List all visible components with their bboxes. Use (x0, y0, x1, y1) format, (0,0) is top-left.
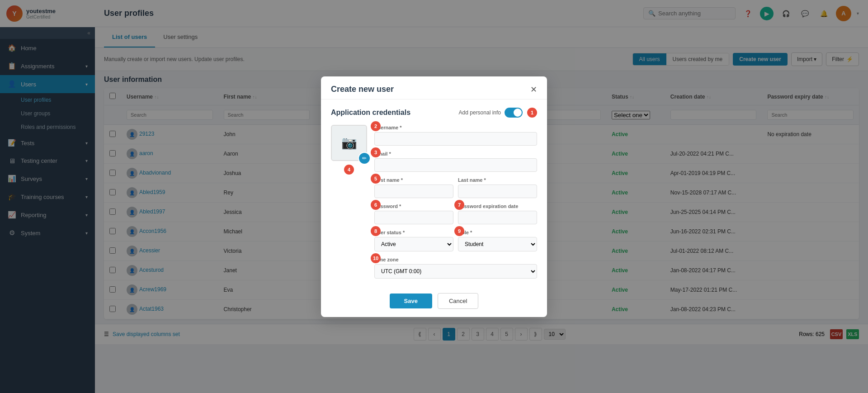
modal-title: Create new user (331, 85, 394, 94)
create-user-modal: Create new user ✕ Application credential… (321, 76, 547, 317)
user-status-select[interactable]: Active Inactive (374, 237, 453, 251)
password-group: Password * Generated (374, 204, 453, 224)
user-status-group: User status * Active Inactive (374, 230, 453, 251)
username-field-wrapper: 2 Username * (374, 125, 537, 146)
status-role-row: 8 User status * Active Inactive 9 Role * (374, 230, 537, 251)
username-input[interactable] (374, 132, 537, 146)
timezone-select[interactable]: UTC (GMT 0:00) EST (GMT -5:00) PST (GMT … (374, 264, 537, 279)
modal-footer: Save Cancel (321, 287, 547, 317)
role-group: 9 Role * Student Administrator Instructo… (458, 230, 537, 251)
email-field-wrapper: 3 Email * (374, 151, 537, 172)
last-name-group: Last name * (458, 177, 537, 198)
first-name-group: First name * (374, 177, 453, 198)
password-expiry-group: 7 Password expiration date (458, 204, 537, 224)
password-row: 6 Password * Generated 7 Password expira… (374, 204, 537, 224)
modal-close-button[interactable]: ✕ (530, 85, 537, 95)
step-6-badge: 6 (371, 200, 381, 210)
modal-section-title: Application credentials (331, 109, 410, 117)
username-group: Username * (374, 125, 537, 146)
step-5-badge: 5 (371, 174, 381, 184)
step-8-badge: 8 (371, 226, 381, 236)
name-row: 5 First name * Last name * (374, 177, 537, 198)
form-layout: 📷 ✏ 4 2 Username * (331, 125, 537, 279)
password-input[interactable]: Generated (374, 211, 453, 224)
step-10-badge: 10 (371, 253, 381, 263)
personal-info-toggle-switch[interactable] (505, 108, 523, 118)
role-select[interactable]: Student Administrator Instructor (458, 237, 537, 251)
modal-body: Application credentials Add personal inf… (321, 99, 547, 287)
avatar-upload-area: 📷 ✏ 4 (331, 125, 367, 279)
step-3-badge: 3 (371, 147, 381, 157)
first-name-input[interactable] (374, 185, 453, 198)
timezone-group: 10 Time zone UTC (GMT 0:00) EST (GMT -5:… (374, 257, 537, 279)
step-1-badge: 1 (527, 108, 537, 118)
password-expiry-input[interactable] (458, 211, 537, 224)
password-label: Password * (374, 204, 453, 209)
timezone-label: Time zone (374, 257, 537, 262)
add-personal-info-label: Add personal info (459, 109, 501, 116)
user-status-label: User status * (374, 230, 453, 235)
avatar-edit-button[interactable]: ✏ (358, 152, 371, 165)
password-expiry-label: Password expiration date (458, 204, 537, 209)
form-fields: 2 Username * 3 Email * (374, 125, 537, 279)
step-2-badge: 2 (371, 121, 381, 131)
cancel-button[interactable]: Cancel (438, 293, 478, 309)
save-button[interactable]: Save (390, 294, 432, 308)
step-7-badge: 7 (454, 200, 464, 210)
email-group: Email * (374, 151, 537, 172)
modal-overlay[interactable]: Create new user ✕ Application credential… (0, 0, 868, 393)
last-name-label: Last name * (458, 177, 537, 183)
username-label: Username * (374, 125, 537, 130)
step-4-badge: 4 (344, 165, 354, 175)
avatar-upload-button[interactable]: 📷 ✏ (331, 125, 367, 161)
add-personal-info-toggle: Add personal info 1 (459, 108, 537, 118)
last-name-input[interactable] (458, 185, 537, 198)
email-label: Email * (374, 151, 537, 156)
role-label: Role * (458, 230, 537, 235)
modal-section-header: Application credentials Add personal inf… (331, 108, 537, 118)
email-input[interactable] (374, 158, 537, 172)
first-name-label: First name * (374, 177, 453, 183)
modal-header: Create new user ✕ (321, 76, 547, 99)
step-9-badge: 9 (454, 226, 464, 236)
